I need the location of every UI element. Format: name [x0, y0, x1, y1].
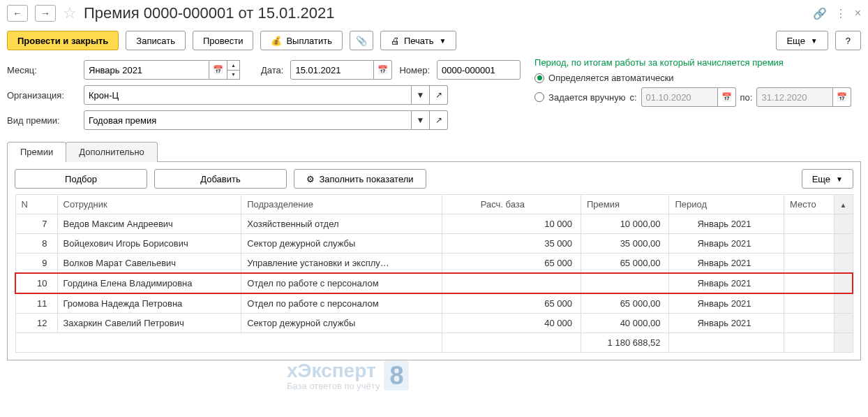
org-label: Организация:: [7, 90, 77, 101]
table-row[interactable]: 8 Войцехович Игорь Борисович Сектор дежу…: [15, 234, 853, 254]
dropdown-icon[interactable]: ▼: [412, 110, 430, 130]
month-spinner[interactable]: ▲▼: [227, 60, 240, 80]
fill-button[interactable]: ⚙Заполнить показатели: [294, 169, 426, 189]
col-emp[interactable]: Сотрудник: [57, 195, 241, 214]
back-button[interactable]: ←: [7, 5, 28, 22]
paperclip-icon: 📎: [356, 36, 367, 46]
process-button[interactable]: Провести: [193, 31, 254, 50]
calendar-icon: 📅: [718, 87, 736, 107]
gear-icon: ⚙: [306, 174, 315, 184]
type-label: Вид премии:: [7, 115, 77, 126]
col-place[interactable]: Место: [784, 195, 835, 214]
number-input[interactable]: [437, 60, 521, 80]
printer-icon: 🖨: [391, 36, 400, 46]
favorite-icon[interactable]: ☆: [63, 4, 77, 22]
scroll-up[interactable]: ▲: [834, 195, 853, 214]
watermark: хЭкспертБаза ответов по учёту 8: [287, 360, 409, 391]
page-title: Премия 0000-000001 от 15.01.2021: [84, 4, 335, 22]
col-n[interactable]: N: [15, 195, 57, 214]
date-label: Дата:: [261, 65, 283, 75]
select-button[interactable]: Подбор: [15, 169, 147, 189]
col-dep[interactable]: Подразделение: [241, 195, 442, 214]
col-base[interactable]: Расч. база: [442, 195, 581, 214]
help-button[interactable]: ?: [835, 31, 861, 50]
radio-manual[interactable]: [534, 92, 544, 102]
radio-auto[interactable]: [534, 73, 544, 83]
to-label: по:: [740, 92, 753, 103]
process-close-button[interactable]: Провести и закрыть: [7, 31, 119, 50]
calendar-icon: 📅: [833, 87, 851, 107]
radio-manual-label: Задается вручную: [548, 92, 625, 103]
calendar-icon[interactable]: 📅: [374, 60, 392, 80]
menu-icon[interactable]: ⋮: [835, 7, 846, 20]
table-row[interactable]: 9 Волков Марат Савельевич Управление уст…: [15, 254, 853, 274]
attach-button[interactable]: 📎: [350, 31, 373, 50]
from-input: [641, 87, 718, 107]
radio-auto-label: Определяется автоматически: [548, 73, 674, 83]
to-input: [756, 87, 833, 107]
table-more-button[interactable]: Еще▼: [802, 169, 853, 189]
record-button[interactable]: Записать: [126, 31, 186, 50]
type-input[interactable]: [84, 110, 412, 130]
employee-table: N Сотрудник Подразделение Расч. база Пре…: [15, 194, 853, 353]
col-prem[interactable]: Премия: [581, 195, 669, 214]
table-row[interactable]: 10 Гордина Елена Владимировна Отдел по р…: [15, 273, 853, 293]
close-icon[interactable]: ×: [855, 7, 861, 20]
month-label: Месяц:: [7, 65, 77, 75]
open-icon[interactable]: ↗: [430, 85, 448, 105]
table-row[interactable]: 12 Захаркин Савелий Петрович Сектор дежу…: [15, 314, 853, 333]
total-cell: 1 180 688,52: [581, 333, 669, 353]
date-input[interactable]: [290, 60, 374, 80]
table-row[interactable]: 7 Ведов Максим Андреевич Хозяйственный о…: [15, 214, 853, 234]
link-icon[interactable]: 🔗: [813, 7, 827, 20]
number-label: Номер:: [399, 65, 430, 75]
calendar-icon[interactable]: 📅: [209, 60, 227, 80]
add-button[interactable]: Добавить: [154, 169, 287, 189]
more-button[interactable]: Еще▼: [776, 31, 828, 50]
forward-button[interactable]: →: [35, 5, 56, 22]
org-input[interactable]: [84, 85, 412, 105]
period-title: Период, по итогам работы за который начи…: [534, 57, 851, 71]
col-period[interactable]: Период: [669, 195, 784, 214]
month-input[interactable]: [84, 60, 209, 80]
print-button[interactable]: 🖨Печать▼: [380, 31, 457, 50]
money-icon: 💰: [271, 36, 282, 46]
from-label: с:: [629, 92, 636, 103]
pay-button[interactable]: 💰Выплатить: [260, 31, 343, 50]
tab-premii[interactable]: Премии: [7, 142, 66, 162]
table-row[interactable]: 11 Громова Надежда Петровна Отдел по раб…: [15, 293, 853, 314]
tab-dop[interactable]: Дополнительно: [66, 142, 158, 162]
open-icon[interactable]: ↗: [430, 110, 448, 130]
dropdown-icon[interactable]: ▼: [412, 85, 430, 105]
